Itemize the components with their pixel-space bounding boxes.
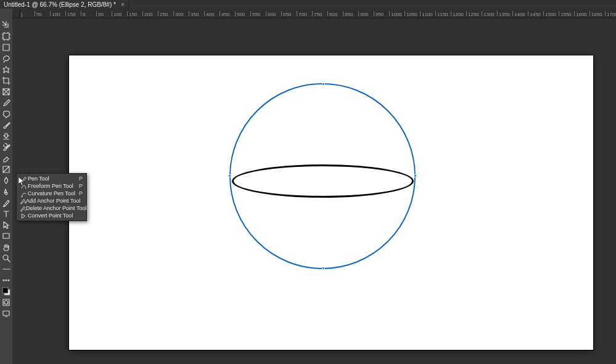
ruler-tick: 1100 bbox=[421, 9, 436, 18]
path-select-tool[interactable] bbox=[1, 219, 12, 230]
screen-mode-tool[interactable] bbox=[1, 308, 12, 319]
flyout-item-delete-point[interactable]: Delete Anchor Point Tool bbox=[17, 204, 86, 212]
edit-toolbar-tool[interactable] bbox=[1, 264, 12, 275]
dodge-icon bbox=[2, 187, 10, 196]
pen-tool[interactable] bbox=[1, 197, 12, 208]
ruler-tick: 1700 bbox=[606, 9, 616, 18]
canvas[interactable] bbox=[69, 55, 593, 350]
horizontal-ruler[interactable]: )501001500501001502002503003504004505005… bbox=[20, 9, 616, 18]
ruler-tick: 1650 bbox=[590, 9, 606, 18]
ruler-tick-label: 150 bbox=[129, 12, 137, 17]
ruler-tick-label: 100 bbox=[113, 12, 121, 17]
document-tabbar: Untitled-1 @ 66.7% (Ellipse 2, RGB/8#) *… bbox=[0, 0, 616, 9]
eraser-tool[interactable] bbox=[1, 153, 12, 164]
move-tool[interactable] bbox=[1, 20, 12, 31]
quick-select-tool[interactable] bbox=[1, 64, 12, 75]
hand-icon bbox=[2, 243, 10, 251]
pen-tool-flyout[interactable]: Pen ToolPFreeform Pen ToolPCurvature Pen… bbox=[16, 173, 87, 221]
ruler-tick: 150 bbox=[66, 9, 81, 18]
ruler-tick: 100 bbox=[51, 9, 66, 18]
hand-tool[interactable] bbox=[1, 241, 12, 253]
move-icon bbox=[2, 21, 10, 30]
frame-tool[interactable] bbox=[1, 86, 12, 97]
flyout-item-curvature-pen[interactable]: Curvature Pen ToolP bbox=[17, 190, 86, 197]
close-icon[interactable]: × bbox=[121, 1, 125, 8]
zoom-tool[interactable] bbox=[1, 253, 12, 264]
ruler-tick-label: 1500 bbox=[545, 12, 556, 17]
marquee-icon bbox=[2, 43, 10, 52]
healing-tool[interactable] bbox=[1, 108, 12, 119]
quick-mask-icon bbox=[2, 298, 10, 307]
ruler-tick: ) bbox=[20, 9, 35, 18]
document-tab-title: Untitled-1 @ 66.7% (Ellipse 2, RGB/8#) * bbox=[4, 1, 116, 8]
ruler-tick: 1550 bbox=[559, 9, 575, 18]
ruler-tick-label: 1700 bbox=[607, 12, 616, 17]
ruler-tick: 1000 bbox=[390, 9, 405, 18]
ruler-tick-label: 250 bbox=[160, 12, 168, 17]
flyout-item-shortcut: P bbox=[79, 190, 83, 196]
ruler-tick-label: 50 bbox=[98, 12, 104, 17]
ruler-tick-label: 900 bbox=[360, 12, 368, 17]
dodge-tool[interactable] bbox=[1, 186, 12, 197]
ruler-tick-label: 650 bbox=[283, 12, 291, 17]
flyout-item-add-point[interactable]: Add Anchor Point Tool bbox=[17, 197, 86, 204]
text-tool[interactable] bbox=[1, 208, 12, 219]
brush-tool[interactable] bbox=[1, 119, 12, 131]
ruler-tick: 0 bbox=[81, 9, 97, 18]
convert-point-icon bbox=[19, 212, 28, 219]
blur-tool[interactable] bbox=[1, 175, 12, 186]
tool-palette bbox=[0, 9, 12, 364]
anchor-point-bottom[interactable] bbox=[322, 267, 325, 270]
ruler-tick-label: 1150 bbox=[437, 12, 448, 17]
ruler-tick-label: 700 bbox=[298, 12, 306, 17]
healing-icon bbox=[2, 110, 10, 118]
ruler-tick: 300 bbox=[174, 9, 189, 18]
ruler-tick: 1150 bbox=[436, 9, 451, 18]
ruler-tick-label: 1350 bbox=[499, 12, 510, 17]
history-brush-icon bbox=[2, 143, 10, 152]
lasso-tool[interactable] bbox=[1, 53, 12, 64]
anchor-point-top[interactable] bbox=[322, 83, 325, 86]
flyout-item-shortcut: P bbox=[79, 183, 83, 189]
brush-icon bbox=[2, 121, 10, 129]
freeform-pen-icon bbox=[19, 183, 28, 190]
flyout-item-label: Convert Point Tool bbox=[28, 212, 79, 219]
rectangle-tool[interactable] bbox=[1, 230, 12, 241]
ellipse-1-shape[interactable] bbox=[232, 164, 414, 198]
photoshop-window: Untitled-1 @ 66.7% (Ellipse 2, RGB/8#) *… bbox=[0, 0, 616, 364]
anchor-point-right[interactable] bbox=[414, 174, 417, 177]
screen-mode-icon bbox=[2, 309, 10, 318]
ruler-tick: 1500 bbox=[544, 9, 559, 18]
crop-tool[interactable] bbox=[1, 75, 12, 86]
ruler-tick-label: 150 bbox=[67, 12, 75, 17]
flyout-item-pen[interactable]: Pen ToolP bbox=[17, 175, 86, 182]
artboard-tool[interactable] bbox=[1, 31, 12, 42]
ruler-tick-label: 850 bbox=[345, 12, 353, 17]
flyout-item-convert-point[interactable]: Convert Point Tool bbox=[17, 212, 86, 219]
flyout-item-freeform-pen[interactable]: Freeform Pen ToolP bbox=[17, 182, 86, 190]
stamp-icon bbox=[2, 132, 10, 140]
history-brush-tool[interactable] bbox=[1, 142, 12, 153]
anchor-point-left[interactable] bbox=[228, 174, 231, 177]
eyedropper-tool[interactable] bbox=[1, 97, 12, 108]
ruler-tick-label: 550 bbox=[252, 12, 260, 17]
ruler-tick: 150 bbox=[128, 9, 143, 18]
gradient-icon bbox=[2, 165, 10, 174]
flyout-item-label: Add Anchor Point Tool bbox=[26, 198, 80, 204]
ruler-tick-label: 50 bbox=[36, 12, 42, 17]
ruler-tick: 200 bbox=[143, 9, 158, 18]
gradient-tool[interactable] bbox=[1, 164, 12, 175]
frame-icon bbox=[2, 87, 10, 96]
ruler-tick: 1400 bbox=[513, 9, 528, 18]
ruler-tick-label: 0 bbox=[83, 12, 85, 17]
lasso-icon bbox=[2, 54, 10, 63]
canvas-stage[interactable] bbox=[20, 18, 616, 364]
ellipsis-icon bbox=[2, 276, 10, 285]
ellipsis-tool[interactable] bbox=[1, 275, 12, 286]
document-tab[interactable]: Untitled-1 @ 66.7% (Ellipse 2, RGB/8#) *… bbox=[0, 0, 129, 9]
marquee-tool[interactable] bbox=[1, 42, 12, 53]
edit-toolbar-icon bbox=[2, 265, 10, 273]
foreground-background-tool[interactable] bbox=[1, 286, 12, 297]
stamp-tool[interactable] bbox=[1, 131, 12, 142]
quick-mask-tool[interactable] bbox=[1, 297, 12, 308]
